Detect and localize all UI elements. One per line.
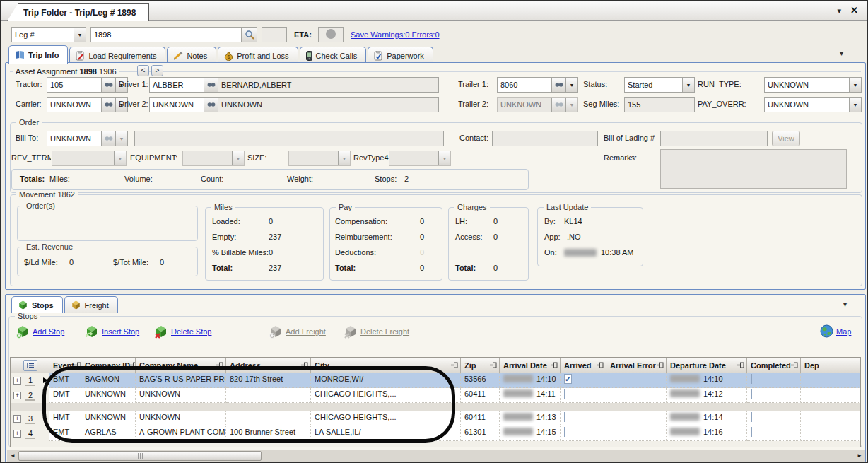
equipment-dropdown: ▼ bbox=[182, 151, 245, 166]
scroll-right-icon[interactable]: ► bbox=[854, 450, 865, 462]
pin-icon[interactable] bbox=[791, 362, 798, 368]
binoculars-icon[interactable] bbox=[101, 78, 115, 92]
tab-stops[interactable]: Stops bbox=[11, 296, 63, 313]
save-warnings-link[interactable]: Save Warnings:0 Errors:0 bbox=[351, 30, 440, 39]
scroll-left-icon[interactable]: ◄ bbox=[7, 450, 18, 462]
column-header-dep[interactable]: Dep bbox=[801, 358, 860, 373]
column-header-city[interactable]: City bbox=[311, 358, 461, 373]
row-number[interactable]: 1 bbox=[25, 376, 35, 386]
column-header-arrival-error[interactable]: Arrival Error bbox=[606, 358, 667, 373]
arrived-checkbox[interactable] bbox=[564, 412, 565, 422]
horizontal-scrollbar[interactable]: ◄ ► bbox=[7, 450, 865, 462]
column-header-arrived[interactable]: Arrived bbox=[561, 358, 606, 373]
window-close-icon[interactable]: ✕ bbox=[850, 5, 858, 16]
row-gutter: + 1 bbox=[11, 373, 49, 388]
row-expander[interactable]: + bbox=[13, 392, 21, 399]
arrived-checkbox[interactable] bbox=[564, 427, 565, 437]
ld-mile-value: 0 bbox=[69, 258, 74, 266]
table-row[interactable]: + 3 HMT UNKNOWN UNKNOWN CHICAGO HEIGHTS,… bbox=[11, 411, 860, 426]
chevron-down-icon[interactable]: ▼ bbox=[565, 78, 577, 92]
search-input[interactable] bbox=[91, 28, 241, 42]
pin-icon[interactable] bbox=[551, 362, 558, 368]
column-header-arrival-date[interactable]: Arrival Date bbox=[500, 358, 561, 373]
column-header-address[interactable]: Address bbox=[226, 358, 311, 373]
field-chooser-icon[interactable] bbox=[23, 360, 37, 371]
tab-check-calls[interactable]: Check Calls bbox=[300, 47, 367, 64]
pin-icon[interactable] bbox=[490, 362, 497, 368]
binoculars-icon[interactable] bbox=[204, 78, 218, 92]
tabstrip-overflow-caret-icon[interactable]: ▾ bbox=[840, 49, 843, 57]
pin-icon[interactable] bbox=[737, 362, 744, 368]
svg-text:$: $ bbox=[228, 54, 230, 60]
delete-stop-button[interactable]: Delete Stop bbox=[154, 324, 211, 339]
pin-icon[interactable] bbox=[597, 362, 604, 368]
binoculars-icon[interactable] bbox=[101, 98, 115, 112]
row-number[interactable]: 3 bbox=[25, 414, 35, 424]
bill-of-lading-field bbox=[660, 131, 768, 146]
column-header-company-id[interactable]: Company ID bbox=[81, 358, 136, 373]
column-header-departure-date[interactable]: Departure Date bbox=[667, 358, 747, 373]
column-header-event[interactable]: Event bbox=[49, 358, 81, 373]
binoculars-icon[interactable] bbox=[204, 98, 218, 112]
window-title-tab[interactable]: Trip Folder - Trip/Leg # 1898 bbox=[7, 3, 149, 21]
table-row[interactable]: + 1 BMT BAGMON BAG'S R-US PAPER PRODUC..… bbox=[11, 373, 860, 388]
pay-override-dropdown[interactable]: UNKNOWN ▼ bbox=[764, 97, 862, 112]
chevron-down-icon[interactable]: ▼ bbox=[682, 78, 694, 92]
row-expander[interactable]: + bbox=[13, 377, 21, 385]
column-header-company-name[interactable]: Company Name bbox=[136, 358, 226, 373]
tab-paperwork[interactable]: Paperwork bbox=[368, 47, 433, 64]
prev-leg-button[interactable]: < bbox=[137, 65, 149, 76]
next-leg-button[interactable]: > bbox=[151, 65, 163, 76]
row-number[interactable]: 2 bbox=[25, 391, 35, 401]
row-expander[interactable]: + bbox=[13, 430, 21, 438]
row-expander[interactable]: + bbox=[13, 415, 21, 423]
table-row[interactable]: + 2 DMT UNKNOWN UNKNOWN CHICAGO HEIGHTS,… bbox=[11, 388, 860, 403]
search-icon[interactable] bbox=[241, 28, 257, 42]
bill-to-combobox[interactable]: UNKNOWN ▼ bbox=[47, 131, 128, 146]
table-row[interactable]: + 4 EMT AGRLAS A-GROWN PLANT COMPANY 100… bbox=[11, 426, 860, 441]
pin-icon[interactable] bbox=[301, 362, 308, 368]
chevron-down-icon[interactable]: ▼ bbox=[849, 78, 861, 92]
arrived-checkbox[interactable] bbox=[564, 389, 565, 399]
pin-icon[interactable] bbox=[657, 362, 664, 368]
completed-checkbox[interactable] bbox=[751, 374, 752, 384]
pin-icon[interactable] bbox=[451, 362, 458, 368]
stops-tabstrip-caret-icon[interactable]: ▾ bbox=[843, 300, 847, 308]
tab-trip-info[interactable]: Trip Info bbox=[8, 45, 68, 64]
pay-total-value: 0 bbox=[420, 264, 424, 272]
chevron-down-icon[interactable]: ▼ bbox=[849, 98, 861, 112]
completed-checkbox[interactable] bbox=[751, 412, 752, 422]
window-menu-caret-icon[interactable]: ▾ bbox=[837, 6, 841, 16]
map-button[interactable]: Map bbox=[820, 324, 851, 338]
search-type-combobox[interactable]: Leg # ▼ bbox=[11, 27, 86, 42]
carrier-combobox[interactable]: UNKNOWN ▼ bbox=[47, 97, 128, 112]
status-dropdown[interactable]: Started ▼ bbox=[624, 77, 695, 93]
insert-stop-button[interactable]: Insert Stop bbox=[85, 324, 139, 339]
trailer1-combobox[interactable]: 8060 ▼ bbox=[497, 77, 578, 93]
completed-checkbox[interactable] bbox=[751, 389, 752, 399]
tab-freight[interactable]: Freight bbox=[64, 296, 118, 313]
row-gutter: + 3 bbox=[11, 411, 49, 426]
tractor-combobox[interactable]: 105 ▼ bbox=[47, 77, 128, 93]
pin-icon[interactable] bbox=[74, 362, 81, 368]
binoculars-icon[interactable] bbox=[551, 78, 565, 92]
add-stop-button[interactable]: Add Stop bbox=[16, 324, 64, 339]
chevron-down-icon[interactable]: ▼ bbox=[74, 28, 86, 42]
tab-load-requirements[interactable]: Load Requirements bbox=[69, 47, 165, 64]
column-header-completed[interactable]: Completed bbox=[747, 358, 801, 373]
redacted-date bbox=[670, 413, 700, 421]
scrollbar-thumb[interactable] bbox=[18, 451, 262, 461]
cell-zip: 60411 bbox=[461, 411, 500, 426]
pin-icon[interactable] bbox=[130, 362, 136, 368]
completed-checkbox[interactable] bbox=[751, 427, 752, 437]
row-number[interactable]: 4 bbox=[25, 429, 35, 439]
pin-icon[interactable] bbox=[216, 362, 223, 368]
column-header-zip[interactable]: Zip bbox=[461, 358, 500, 373]
tab-profit-and-loss[interactable]: $ Profit and Loss bbox=[218, 47, 298, 64]
status-label[interactable]: Status: bbox=[583, 80, 607, 88]
tab-notes[interactable]: Notes bbox=[167, 47, 216, 64]
arrived-checkbox[interactable] bbox=[564, 374, 572, 384]
grid-header-row: Event Company ID Company Name Address Ci… bbox=[11, 358, 860, 373]
run-type-dropdown[interactable]: UNKNOWN ▼ bbox=[764, 77, 862, 93]
on-time-value: 10:38 AM bbox=[601, 248, 633, 257]
